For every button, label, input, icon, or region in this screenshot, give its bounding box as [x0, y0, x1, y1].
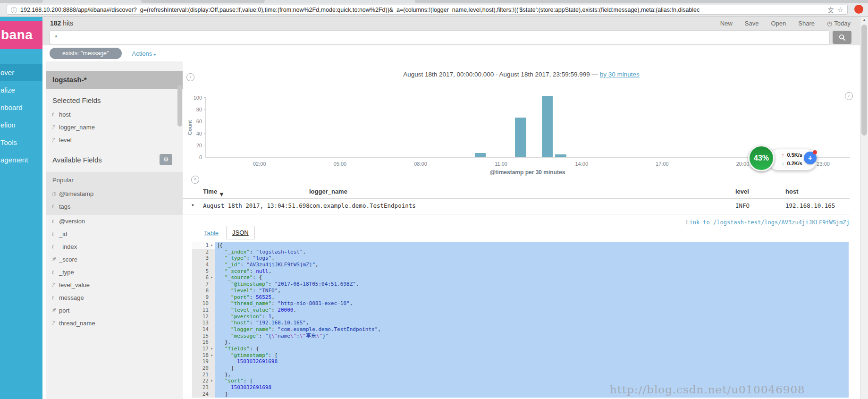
json-line: 2"_index": "logstash-test",: [192, 249, 849, 255]
json-token: "thread_name": [231, 300, 271, 306]
json-token: : {: [250, 346, 259, 352]
json-token: ]: [225, 391, 228, 397]
page-info-icon[interactable]: ⓘ: [11, 5, 17, 14]
json-token: "2017-08-18T05:04:51.698Z": [275, 281, 356, 287]
field-item-message[interactable]: tmessage: [46, 291, 183, 304]
json-token: "logger_name": [231, 326, 271, 332]
y-tick-mark: [204, 109, 206, 110]
fold-caret-icon[interactable]: ▾: [209, 274, 213, 281]
fold-caret-icon[interactable]: ▾: [209, 242, 213, 249]
field-item-_type[interactable]: t_type: [46, 266, 183, 279]
tab-table[interactable]: Table: [203, 227, 219, 239]
browser-tab[interactable]: [264, 0, 415, 3]
table-row[interactable]: ▾August 18th 2017, 13:04:51.698com.examp…: [183, 198, 850, 214]
tab-json[interactable]: JSON: [226, 226, 255, 239]
field-type-icon: t: [51, 244, 59, 250]
browser-extension-icon[interactable]: [854, 5, 863, 14]
up-arrow-icon: ↑: [782, 152, 784, 158]
field-item-_id[interactable]: t_id: [46, 228, 183, 240]
page-scrollbar[interactable]: ▲: [860, 17, 868, 399]
field-item-_score[interactable]: #_score: [46, 253, 183, 266]
search-input[interactable]: [50, 30, 830, 44]
field-item-host[interactable]: thost: [46, 108, 183, 121]
y-tick-mark: [204, 121, 206, 121]
field-item-logger_name[interactable]: ?logger_name: [46, 121, 183, 134]
filter-actions-label: Actions: [132, 50, 152, 57]
sidebar-item-alize[interactable]: alize: [0, 81, 42, 99]
percent-badge[interactable]: 43%: [748, 145, 775, 171]
translate-icon[interactable]: 文: [828, 5, 834, 14]
line-number: 23: [202, 384, 209, 391]
line-number-gutter: 9: [192, 294, 215, 301]
field-name: _type: [59, 269, 74, 276]
topbar-today-button[interactable]: ◷Today: [827, 20, 851, 27]
hits-count: 182 hits: [50, 19, 73, 27]
y-tick-mark: [204, 133, 206, 134]
browser-tab-strip: [0, 0, 868, 3]
topbar-share-button[interactable]: Share: [798, 20, 815, 27]
fold-caret-icon[interactable]: ▾: [209, 346, 213, 352]
json-code-line: "level": "INFO",: [215, 288, 849, 294]
network-monitor-overlay[interactable]: ↑ 0.5K/s ↓ 0.2K/s 43% +: [748, 143, 819, 174]
sidebar-item-Tools[interactable]: Tools: [0, 134, 42, 151]
y-tick-mark: [204, 157, 206, 157]
field-item-@version[interactable]: t@version: [46, 215, 183, 228]
sidebar-scrollbar-thumb[interactable]: [177, 85, 182, 127]
column-header-logger_name[interactable]: logger_name: [309, 188, 347, 195]
bookmark-star-icon[interactable]: ☆: [837, 6, 843, 14]
collapse-histogram-icon[interactable]: ˄: [191, 176, 199, 184]
sidebar-item-agement[interactable]: agement: [0, 151, 42, 169]
topbar-save-button[interactable]: Save: [745, 20, 759, 27]
doc-permalink[interactable]: Link to /logstash-test/logs/AV3zu4jiJKLF…: [686, 219, 850, 226]
search-button[interactable]: [833, 31, 851, 44]
expand-caret-icon[interactable]: ▾: [191, 202, 194, 208]
line-number: 5: [205, 268, 209, 275]
column-header-level[interactable]: level: [735, 188, 749, 195]
kibana-logo[interactable]: bana: [0, 21, 42, 49]
column-header-host[interactable]: host: [785, 188, 798, 195]
field-item-level_value[interactable]: ?level_value: [46, 279, 183, 291]
field-item-thread_name[interactable]: ?thread_name: [46, 317, 183, 330]
sidebar-item-nboard[interactable]: nboard: [0, 99, 42, 116]
json-line: 11"level_value": 20000,: [192, 307, 849, 314]
available-fields-label: Available Fields: [52, 156, 102, 164]
filter-pill-exists-message[interactable]: exists: "message": [50, 48, 122, 59]
sidebar-item-over[interactable]: over: [0, 64, 42, 81]
scrollbar-up-arrow[interactable]: ▲: [860, 18, 868, 22]
column-header-time[interactable]: Time▼: [203, 188, 217, 195]
browser-tab[interactable]: [42, 0, 142, 3]
fold-caret-icon[interactable]: ▾: [209, 378, 213, 384]
line-number: 6: [205, 274, 209, 281]
json-code-line: },: [215, 339, 849, 346]
field-item-level[interactable]: ?level: [46, 134, 183, 146]
filter-actions-link[interactable]: Actions ▸: [132, 50, 156, 57]
url-text[interactable]: 192.168.10.200:8888/app/kibana#/discover…: [20, 7, 825, 13]
interval-link[interactable]: by 30 minutes: [600, 71, 640, 78]
field-name: thread_name: [59, 320, 95, 327]
json-code-line: "@timestamp": "2017-08-18T05:04:51.698Z"…: [215, 281, 849, 288]
histogram-bar-10:00[interactable]: [475, 153, 486, 157]
field-item-_index[interactable]: t_index: [46, 240, 183, 253]
topbar-new-button[interactable]: New: [720, 20, 733, 27]
gear-icon[interactable]: ⚙: [160, 154, 172, 165]
json-line: 5"_score": null,: [192, 268, 849, 275]
sidebar-item-elion[interactable]: elion: [0, 116, 42, 134]
field-item-tags[interactable]: ttags: [46, 200, 183, 213]
notification-dot: [813, 150, 817, 154]
topbar-open-button[interactable]: Open: [771, 20, 786, 27]
fold-caret-icon[interactable]: ▾: [209, 352, 213, 359]
json-token: :: [250, 320, 256, 326]
index-pattern-selector[interactable]: logstash-*: [46, 71, 183, 89]
json-token: "fields": [225, 346, 250, 352]
field-item-port[interactable]: #port: [46, 304, 183, 317]
address-bar[interactable]: ⓘ 192.168.10.200:8888/app/kibana#/discov…: [7, 5, 848, 15]
histogram-bar-12:30[interactable]: [542, 96, 553, 157]
scrollbar-thumb[interactable]: [861, 25, 867, 136]
line-number-gutter: 16: [192, 339, 215, 346]
json-line: 7"@timestamp": "2017-08-18T05:04:51.698Z…: [192, 281, 849, 288]
line-number: 7: [205, 281, 209, 288]
line-number: 17: [202, 346, 209, 352]
histogram-bar-13:00[interactable]: [555, 154, 566, 157]
field-item-@timestamp[interactable]: ◷@timestamp: [46, 187, 183, 200]
histogram-bar-11:30[interactable]: [515, 118, 526, 157]
